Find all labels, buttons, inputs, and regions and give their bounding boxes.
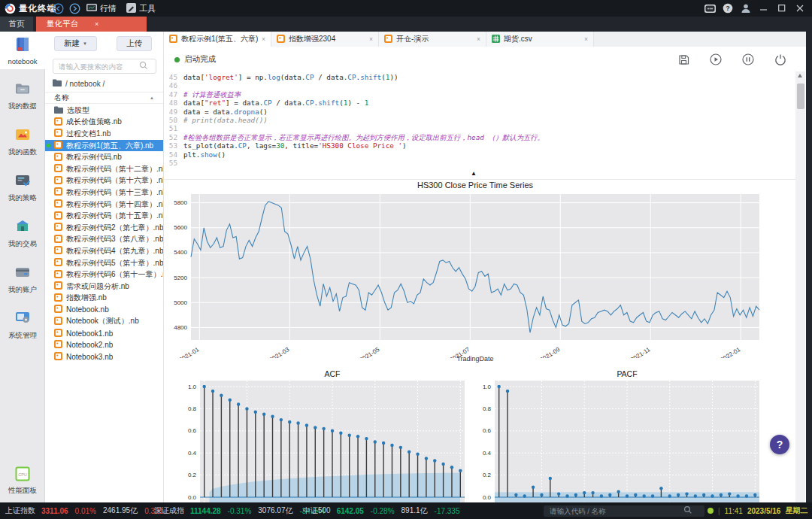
sidebar-item-my-strategies[interactable]: 我的策略 [0,168,45,207]
code-editor[interactable]: 45data['logret'] = np.log(data.CP / data… [164,71,795,168]
file-name: Notebook3.nb [66,353,113,361]
file-list-item[interactable]: 教程示例1(第五、六章).nb [45,140,163,152]
file-list-item[interactable]: 成长价值策略.nb [45,117,163,129]
help-fab-button[interactable]: ? [770,435,789,454]
scroll-up-icon[interactable] [798,74,802,77]
notebook-tab[interactable]: 期货.csv× [486,32,594,47]
file-list-header[interactable]: 名称 ▲ [45,92,163,104]
nav-forward-icon[interactable] [69,0,80,17]
file-list-item[interactable]: Notebook2.nb [45,339,163,351]
minimize-icon[interactable] [755,0,773,17]
file-list-item[interactable]: 教程示例代码（第十六章）.nb [45,175,163,187]
code-line: 49data = data.dropna() [164,108,795,116]
ticker-search-input[interactable] [544,507,683,515]
maximize-icon[interactable] [773,0,791,17]
code-token: , title= [284,141,318,150]
market-icon [86,3,97,14]
notebook-tab[interactable]: 教程示例1(第五、六章).nb× [164,32,271,47]
upload-button-label: 上传 [126,38,142,49]
tab-close-icon[interactable]: × [584,35,588,43]
tab-home[interactable]: 首页 [0,17,33,32]
name-column-header: 名称 [54,93,69,103]
code-text: ts_plot(data.CP, lags=30, title='HS300 C… [183,141,407,150]
svg-text:0.4: 0.4 [188,450,197,457]
vertical-scrollbar[interactable] [795,71,805,502]
user-icon[interactable] [737,0,755,17]
menu-tools[interactable]: 工具 [126,0,156,17]
notebook-file-icon [277,35,285,44]
sidebar-item-system-admin[interactable]: 系统管理 [0,305,45,344]
file-list-item[interactable]: 指数增强.nb [45,293,163,305]
file-name: 成长价值策略.nb [66,117,122,127]
svg-text:0.2: 0.2 [188,472,197,478]
collapse-output-icon[interactable]: ▲ [471,170,477,177]
file-name: 教程示例代码3（第八章）.nb [66,234,163,244]
file-list-item[interactable]: 教程示例代码6（第十一章）.nb [45,269,163,281]
file-list-item[interactable]: 教程示例代码3（第八章）.nb [45,234,163,246]
search-icon [139,59,148,73]
code-token: / data. [314,73,348,81]
file-list-item[interactable]: 教程示例代码.nb [45,151,163,163]
sidebar-item-notebook[interactable]: notebook [0,32,45,69]
sidebar-item-label: 我的数据 [8,102,37,111]
file-list-item[interactable]: Notebook3.nb [45,351,163,363]
acf-stem-chart: 0.00.20.40.60.81.0 [173,379,474,502]
notebook-file-icon [54,246,62,256]
pause-button[interactable] [742,53,754,65]
scrollbar-thumb[interactable] [797,83,804,109]
code-token: # 计算普通收益率 [183,90,241,99]
sidebar-item-my-functions[interactable]: 我的函数 [0,122,45,161]
line-number: 50 [164,116,183,124]
new-button[interactable]: 新建 ▼ [54,36,97,51]
file-list-item[interactable]: 教程示例代码（第十二章）.nb [45,163,163,175]
file-name: 教程示例代码（第十三章）.nb [66,187,163,198]
file-list-item[interactable]: 教程示例代码2（第七章）.nb [45,222,163,234]
close-icon[interactable] [791,0,809,17]
menu-market[interactable]: 行情 [86,0,117,17]
tab-close-icon[interactable]: × [95,20,98,28]
chat-icon[interactable] [701,0,719,17]
svg-text:0.4: 0.4 [483,450,492,457]
tab-quant-platform[interactable]: 量化平台 × [36,17,147,32]
file-list-item[interactable]: 选股型 [45,105,163,117]
svg-text:0.0: 0.0 [188,494,197,501]
notebook-toolbar: 启动完成 [164,47,806,71]
file-list-item[interactable]: Notebook（测试）.nb [45,316,163,328]
upload-button[interactable]: 上传 [117,36,152,51]
file-list-item[interactable]: 教程示例代码4（第九章）.nb [45,245,163,257]
file-search-input[interactable] [53,62,139,71]
shutdown-button[interactable] [774,53,786,65]
help-icon[interactable]: ? [719,0,737,17]
sidebar-item-performance-panel[interactable]: CPU性能面板 [0,462,45,499]
notebook-tab[interactable]: 指数增强2304× [271,32,379,47]
sidebar-item-my-trades[interactable]: 我的交易 [0,214,45,253]
file-list-item[interactable]: Notebook.nb [45,304,163,316]
file-list-item[interactable]: Notebook1.nb [45,327,163,339]
account-icon [14,264,31,284]
file-list-item[interactable]: 教程示例代码（第十三章）.nb [45,187,163,199]
sidebar-item-my-data[interactable]: 我的数据 [0,76,45,115]
tab-close-icon[interactable]: × [477,35,480,43]
menu-market-label: 行情 [100,3,117,14]
code-token: "ret" [205,99,226,107]
sidebar-item-label: 我的交易 [8,239,37,249]
file-list-item[interactable]: 教程示例代码（第十四章）.nb [45,199,163,211]
save-button[interactable] [677,53,689,65]
nav-back-icon[interactable] [53,0,64,17]
connection-dot [707,508,714,514]
file-name: 教程示例代码4（第九章）.nb [66,246,163,256]
file-list-item[interactable]: 教程示例代码5（第十章）.nb [45,257,163,269]
data-folder-icon [14,80,31,100]
run-button[interactable] [710,53,722,65]
file-list-item[interactable]: 过程文档1.nb [45,128,163,140]
tab-close-icon[interactable]: × [369,35,373,43]
tab-close-icon[interactable]: × [262,35,265,43]
file-list-item[interactable]: 教程示例代码（第十五章）.nb [45,210,163,222]
index-percent: -0.28% [371,507,395,515]
sidebar-item-my-account[interactable]: 我的账户 [0,260,45,299]
notebook-tab[interactable]: 开仓-演示× [379,32,486,47]
code-token: #检验各组数据是否正常显示，若正常显示再进行绘图。为起到方便作用，设定取出前五行… [183,133,544,141]
ticker-search-icon [683,504,692,517]
file-list-item[interactable]: 需求或问题分析.nb [45,281,163,293]
line-number: 48 [164,99,183,107]
